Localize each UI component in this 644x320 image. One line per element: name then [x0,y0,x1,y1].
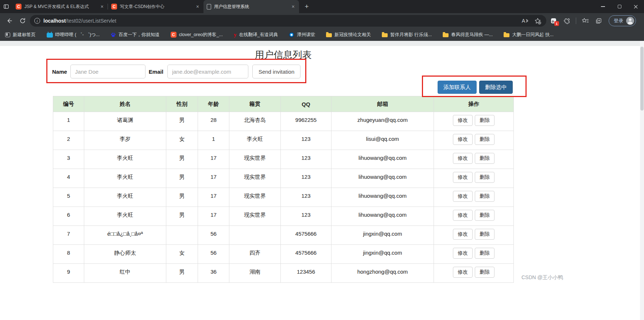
table-cell: 9962255 [281,112,331,131]
edit-button[interactable]: 修改 [453,229,473,240]
email-label: Email [149,69,163,75]
login-button[interactable]: 登录 [609,15,636,26]
bookmark-item[interactable]: Cclover_oreo的博客_... [171,32,223,38]
close-window-button[interactable] [628,0,644,13]
tab-close-icon[interactable]: × [291,4,296,9]
add-favorite-button[interactable] [534,18,541,24]
edit-button[interactable]: 修改 [453,115,473,126]
name-input[interactable] [70,65,146,78]
delete-button[interactable]: 删除 [475,210,494,221]
table-cell: 女 [166,245,198,264]
table-cell: 56 [198,245,229,264]
favorites-button[interactable] [579,15,591,27]
table-cell: 4 [53,169,84,188]
browser-tab[interactable]: CJSP & MVC开发模式 & EL表达式× [12,0,108,13]
table-row: 7é□□å¿□å¸□å¤ª564575666jingxin@qq.com修改删除 [53,226,514,245]
address-bar[interactable]: i localhost/test02/userListServlet A [30,15,546,27]
scrollbar-track[interactable] [640,41,644,320]
send-invitation-button[interactable]: Send invitation [252,65,300,78]
column-header: 操作 [434,96,514,112]
table-cell: 123456 [281,264,331,283]
table-cell: 现实世界 [229,207,281,226]
delete-button[interactable]: 删除 [475,191,494,202]
table-cell: 诸葛渊 [84,112,166,131]
table-cell: 男 [166,169,198,188]
minimize-button[interactable] [595,0,611,13]
edit-button[interactable]: 修改 [453,191,473,202]
bookmark-label: 百度一下，你就知道 [119,32,160,38]
column-header: 性别 [166,96,198,112]
table-cell: jingxin@qq.com [331,226,434,245]
tab-close-icon[interactable]: × [195,4,200,9]
edit-button[interactable]: 修改 [453,134,473,145]
back-button[interactable] [4,15,15,27]
table-cell: 男 [166,112,198,131]
scrollbar-thumb[interactable] [640,47,644,111]
collections-button[interactable] [593,15,604,27]
refresh-button[interactable] [17,15,28,27]
bookmark-item[interactable]: 暂伴月将影 行乐须... [382,32,432,38]
delete-button[interactable]: 删除 [475,172,494,183]
delete-button[interactable]: 删除 [475,229,494,240]
browser-tab[interactable]: C写文章-CSDN创作中心× [108,0,203,13]
tab-title: JSP & MVC开发模式 & EL表达式 [24,4,97,10]
table-cell: 123 [281,131,331,150]
table-row: 4李火旺男17现实世界123lihuowang@qq.com修改删除 [53,169,514,188]
refresh-icon [19,18,26,24]
table-header-row: 编号姓名性别年龄籍贯QQ邮箱操作 [53,96,514,112]
table-cell: 123 [281,150,331,169]
edit-button[interactable]: 修改 [453,153,473,164]
bookmark-item[interactable]: y在线翻译_有道词典 [234,32,278,38]
bookmark-label: 大鹏一日同风起 扶... [512,32,554,38]
table-cell: 红中 [84,264,166,283]
email-input[interactable] [167,65,248,78]
column-header: 姓名 [84,96,166,112]
bookmark-item[interactable]: 哔哩哔哩 ( ゜- ゜)つ... [47,32,100,38]
bookmark-label: 潭州课堂 [297,32,315,38]
table-cell: 36 [198,264,229,283]
back-icon [6,18,13,24]
edit-button[interactable]: 修改 [453,248,473,259]
table-row: 9红中男36湖南123456hongzhong@qq.com修改删除 [53,264,514,283]
edit-button[interactable]: 修改 [453,210,473,221]
bookmark-item[interactable]: 大鹏一日同风起 扶... [504,32,554,38]
column-header: 年龄 [198,96,229,112]
tanzhou-icon [289,32,294,38]
table-cell: 李岁 [84,131,166,150]
delete-selected-button[interactable]: 删除选中 [479,81,513,94]
edit-button[interactable]: 修改 [453,267,473,278]
bookmark-item[interactable]: 春风得意马蹄疾 —... [443,32,493,38]
browser-tab[interactable]: 用户信息管理系统× [203,0,299,13]
bookmark-item[interactable]: 新冠疫情论文相关 [326,32,371,38]
read-aloud-button[interactable]: A [522,18,528,24]
name-label: Name [52,69,67,75]
tab-close-icon[interactable]: × [100,4,105,9]
bookmark-label: 暂伴月将影 行乐须... [390,32,432,38]
bookmark-item[interactable]: 潭州课堂 [289,32,315,38]
delete-button[interactable]: 删除 [475,134,494,145]
table-cell: 6 [53,207,84,226]
delete-button[interactable]: 删除 [475,248,494,259]
edit-button[interactable]: 修改 [453,172,473,183]
bookmark-item[interactable]: 新建标签页 [5,32,36,38]
delete-button[interactable]: 删除 [475,115,494,126]
bookmark-label: clover_oreo的博客_... [179,32,223,38]
bookmark-item[interactable]: 百度一下，你就知道 [110,32,160,38]
add-contact-button[interactable]: 添加联系人 [438,81,477,94]
new-tab-button[interactable]: + [301,1,312,12]
row-actions-cell: 修改删除 [434,169,514,188]
table-cell: é□□å¿□å¸□å¤ª [84,226,166,245]
site-info-icon[interactable]: i [34,18,40,24]
tab-strip: CJSP & MVC开发模式 & EL表达式×C写文章-CSDN创作中心×用户信… [12,0,299,13]
table-cell: 女 [166,131,198,150]
extensions-button[interactable] [561,15,573,27]
csdn-icon: C [16,4,22,9]
browser-essentials-button[interactable]: 1 [548,15,559,27]
table-cell: 17 [198,169,229,188]
maximize-button[interactable] [611,0,628,13]
delete-button[interactable]: 删除 [475,153,494,164]
tab-actions-button[interactable] [0,0,12,13]
read-aloud-icon: A [522,18,525,24]
bookmark-label: 哔哩哔哩 ( ゜- ゜)つ... [55,32,100,38]
delete-button[interactable]: 删除 [475,267,494,278]
